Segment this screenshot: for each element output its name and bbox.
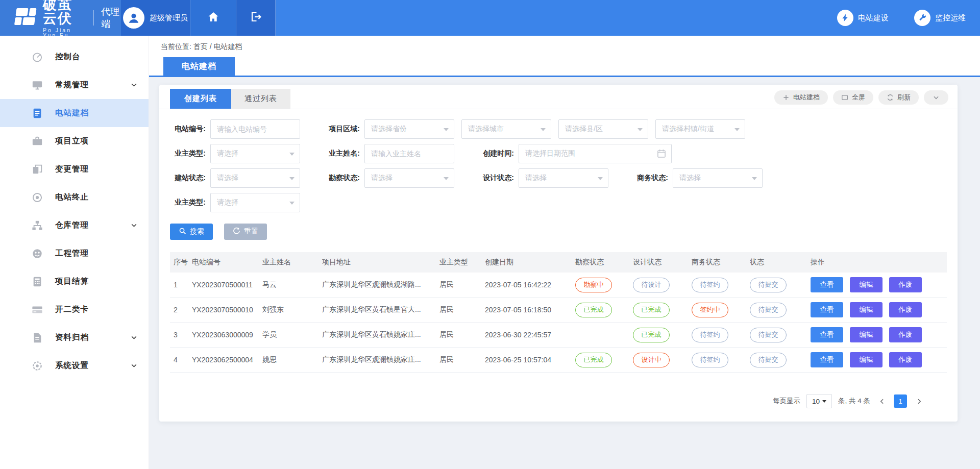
- select-placeholder: 请选择县/区: [565, 125, 603, 134]
- lightning-icon: [837, 10, 853, 26]
- collapse-toolbar-button[interactable]: [924, 90, 948, 105]
- fullscreen-button[interactable]: 全屏: [833, 90, 873, 105]
- briefcase-icon: [32, 136, 43, 147]
- copy-icon: [32, 164, 43, 175]
- filter-label: 商务状态:: [632, 174, 673, 183]
- void-button[interactable]: 作废: [889, 277, 922, 292]
- reset-button[interactable]: 重置: [224, 224, 267, 240]
- page: 破茧云伏 Po Jian Yun Fu 代理端 超级管理员: [0, 0, 980, 469]
- sidebar-item-label: 电站终止: [55, 192, 89, 203]
- sidebar-item-engineering-mgmt[interactable]: 工程管理: [0, 239, 149, 267]
- void-button[interactable]: 作废: [889, 327, 922, 342]
- edit-button[interactable]: 编辑: [850, 327, 883, 342]
- sidebar: 控制台 常规管理 电站建档 项目立项: [0, 36, 149, 469]
- create-station-button[interactable]: 电站建档: [774, 90, 828, 105]
- province-select[interactable]: 请选择省份: [364, 119, 454, 139]
- survey-status-select[interactable]: 请选择: [364, 168, 454, 188]
- sidebar-item-open-class2-card[interactable]: 开二类卡: [0, 295, 149, 324]
- sidebar-item-station-archive[interactable]: 电站建档: [0, 99, 149, 127]
- col-header: 商务状态: [692, 258, 750, 267]
- sidebar-item-general-mgmt[interactable]: 常规管理: [0, 71, 149, 99]
- build-status-select[interactable]: 请选择: [210, 168, 300, 188]
- status-badge: 待提交: [750, 328, 787, 342]
- breadcrumb: 当前位置: 首页 / 电站建档: [161, 42, 242, 52]
- view-button[interactable]: 查看: [811, 327, 843, 342]
- county-select[interactable]: 请选择县/区: [558, 119, 648, 139]
- logout-button[interactable]: [236, 0, 276, 36]
- owner-name: 学员: [262, 330, 322, 339]
- sidebar-item-data-archive[interactable]: 资料归档: [0, 324, 149, 352]
- filter-create-time: 创建时间: 请选择日期范围: [478, 144, 672, 163]
- table-row: 1 YX2023070500011 马云 广东深圳龙华区观澜镇观湖路... 居民…: [170, 273, 947, 298]
- view-button[interactable]: 查看: [811, 302, 843, 317]
- station-no-input[interactable]: [210, 119, 300, 139]
- brand-pinyin: Po Jian Yun Fu: [43, 28, 85, 38]
- topbar-right: 电站建设 监控运维: [276, 0, 980, 36]
- button-label: 全屏: [852, 93, 865, 102]
- caret-down-icon: [822, 400, 826, 403]
- owner-type-select[interactable]: 请选择: [210, 144, 300, 163]
- search-buttons: 搜索 重置: [170, 224, 958, 240]
- caret-down-icon: [541, 128, 546, 131]
- per-page-select[interactable]: 10: [806, 394, 832, 408]
- sidebar-item-label: 项目结算: [55, 276, 89, 287]
- sidebar-item-console[interactable]: 控制台: [0, 43, 149, 71]
- edit-button[interactable]: 编辑: [850, 277, 883, 292]
- filter-label: 勘察状态:: [324, 174, 364, 183]
- col-header: 业主类型: [439, 258, 485, 267]
- owner-type: 居民: [439, 280, 485, 289]
- view-button[interactable]: 查看: [811, 352, 843, 367]
- edit-button[interactable]: 编辑: [850, 302, 883, 317]
- nav-station-construction[interactable]: 电站建设: [837, 10, 889, 26]
- sidebar-item-project-settlement[interactable]: 项目结算: [0, 267, 149, 295]
- filter-owner-name: 业主姓名:: [324, 144, 454, 163]
- void-button[interactable]: 作废: [889, 352, 922, 367]
- sidebar-item-change-mgmt[interactable]: 变更管理: [0, 155, 149, 183]
- status-badge: 待提交: [750, 303, 787, 317]
- project-address: 广东深圳龙华区观澜镇观湖路...: [322, 280, 439, 289]
- current-user[interactable]: 超级管理员: [121, 0, 190, 36]
- station-code: YX2023062500004: [192, 356, 262, 364]
- edit-button[interactable]: 编辑: [850, 352, 883, 367]
- design-status-select[interactable]: 请选择: [519, 168, 608, 188]
- sidebar-item-warehouse-mgmt[interactable]: 仓库管理: [0, 211, 149, 239]
- row-no: 3: [170, 331, 192, 339]
- caret-down-icon: [289, 202, 295, 205]
- date-range-input[interactable]: 请选择日期范围: [519, 144, 672, 163]
- button-label: 搜索: [190, 227, 204, 236]
- tab-created-list[interactable]: 创建列表: [170, 89, 231, 109]
- col-header: 业主姓名: [262, 258, 322, 267]
- refresh-button[interactable]: 刷新: [878, 90, 919, 105]
- business-status-select[interactable]: 请选择: [673, 168, 763, 188]
- caret-down-icon: [289, 153, 295, 156]
- owner-name-input[interactable]: [364, 144, 454, 163]
- sidebar-item-system-settings[interactable]: 系统设置: [0, 352, 149, 380]
- view-button[interactable]: 查看: [811, 277, 843, 292]
- select-placeholder: 请选择: [371, 174, 393, 183]
- tab-approved-list[interactable]: 通过列表: [231, 89, 290, 109]
- page-tab-station-archive[interactable]: 电站建档: [163, 57, 235, 76]
- nav-monitor-ops[interactable]: 监控运维: [914, 10, 966, 26]
- filter-label: 项目区域:: [324, 125, 364, 134]
- create-date: 2023-06-30 22:45:57: [485, 331, 575, 339]
- sidebar-item-label: 变更管理: [55, 164, 89, 175]
- city-select[interactable]: 请选择城市: [461, 119, 551, 139]
- owner-name: 马云: [262, 280, 322, 289]
- next-page-button[interactable]: [913, 394, 924, 408]
- brand: 破茧云伏 Po Jian Yun Fu 代理端: [0, 0, 121, 36]
- village-select[interactable]: 请选择村镇/街道: [655, 119, 745, 139]
- business-status-badge: 签约中: [692, 303, 728, 317]
- home-button[interactable]: [190, 0, 236, 36]
- page-1-button[interactable]: 1: [894, 394, 907, 408]
- station-code: YX2023070500010: [192, 306, 262, 314]
- sidebar-item-project-initiation[interactable]: 项目立项: [0, 127, 149, 155]
- station-archive-panel: 创建列表 通过列表 电站建档 全屏 刷新: [159, 85, 958, 422]
- sidebar-item-station-termination[interactable]: 电站终止: [0, 183, 149, 211]
- filter-row-1: 电站编号: 项目区域: 请选择省份 请选择城市 请选择县/区 请选择村镇/街道: [170, 119, 958, 139]
- search-button[interactable]: 搜索: [170, 224, 213, 240]
- row-no: 4: [170, 356, 192, 364]
- void-button[interactable]: 作废: [889, 302, 922, 317]
- owner-type2-select[interactable]: 请选择: [210, 193, 300, 212]
- owner-name: 刘强东: [262, 305, 322, 314]
- prev-page-button[interactable]: [876, 394, 888, 408]
